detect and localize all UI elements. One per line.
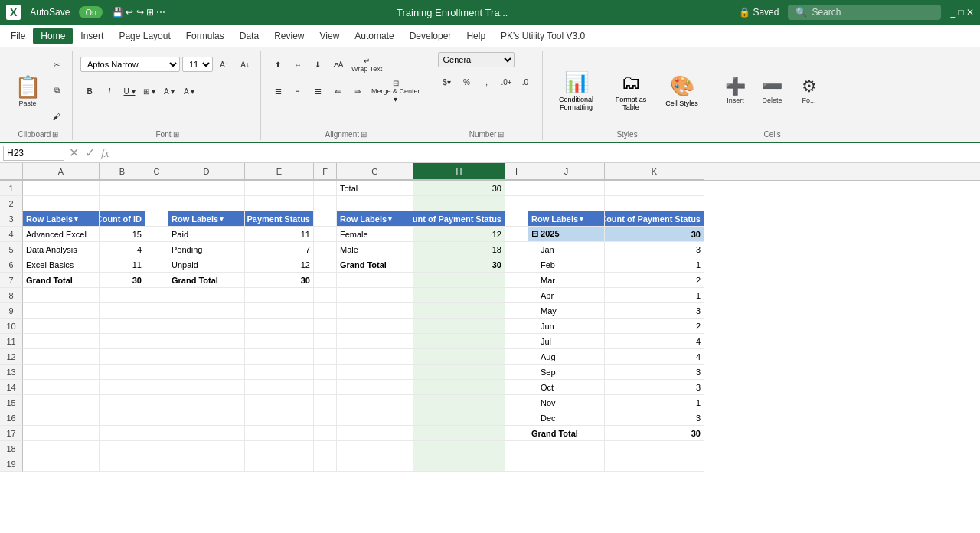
cell-c13[interactable] <box>145 365 168 380</box>
cell-e11[interactable] <box>245 334 314 349</box>
cell-c3[interactable] <box>145 211 168 227</box>
pivot1-filter-icon[interactable]: ▾ <box>74 215 78 223</box>
cell-h12[interactable] <box>413 349 505 365</box>
cell-h19[interactable] <box>413 456 505 472</box>
row-num-2[interactable]: 2 <box>0 196 23 211</box>
cell-reference-box[interactable]: H23 <box>3 146 64 161</box>
font-expand-icon[interactable]: ⊞ <box>173 130 179 139</box>
cell-e19[interactable] <box>245 456 314 472</box>
cell-g13[interactable] <box>337 365 413 380</box>
cell-b9[interactable] <box>100 303 145 319</box>
menu-home[interactable]: Home <box>33 28 73 44</box>
align-right-button[interactable]: ☰ <box>309 79 327 103</box>
cell-i12[interactable] <box>505 349 528 365</box>
cell-f4[interactable] <box>314 227 337 242</box>
delete-button[interactable]: ➖ Delete <box>756 67 789 113</box>
cell-i5[interactable] <box>505 242 528 257</box>
col-header-i[interactable]: I <box>505 163 528 180</box>
cell-h18[interactable] <box>413 441 505 456</box>
cell-e10[interactable] <box>245 319 314 334</box>
pivot4-grand-total-label[interactable]: Grand Total <box>528 426 605 441</box>
cell-c10[interactable] <box>145 319 168 334</box>
cell-j14[interactable]: Oct <box>528 380 605 395</box>
cell-g17[interactable] <box>337 426 413 441</box>
pivot3-filter-icon[interactable]: ▾ <box>388 215 392 223</box>
cell-c5[interactable] <box>145 242 168 257</box>
cell-h11[interactable] <box>413 334 505 349</box>
cell-d1[interactable] <box>168 181 245 196</box>
cell-k6[interactable]: 1 <box>605 257 704 273</box>
menu-automate[interactable]: Automate <box>347 28 401 44</box>
pivot1-header-count[interactable]: Count of ID <box>100 211 145 227</box>
cell-b13[interactable] <box>100 365 145 380</box>
cell-j7[interactable]: Mar <box>528 273 605 288</box>
cell-e14[interactable] <box>245 380 314 395</box>
cell-g12[interactable] <box>337 349 413 365</box>
cell-i1[interactable] <box>505 181 528 196</box>
cell-b2[interactable] <box>100 196 145 211</box>
align-bottom-button[interactable]: ⬇ <box>309 52 327 77</box>
pivot2-header-count[interactable]: Count of Payment Status <box>245 211 314 227</box>
cut-button[interactable]: ✂ <box>47 52 66 77</box>
cell-b11[interactable] <box>100 334 145 349</box>
row-num-11[interactable]: 11 <box>0 334 23 349</box>
cell-a15[interactable] <box>23 395 100 410</box>
pivot4-header-count[interactable]: Count of Payment Status <box>605 211 704 227</box>
row-num-7[interactable]: 7 <box>0 273 23 288</box>
cell-a16[interactable] <box>23 410 100 426</box>
cell-a1[interactable] <box>23 181 100 196</box>
cell-e18[interactable] <box>245 441 314 456</box>
cell-g7[interactable] <box>337 273 413 288</box>
cell-k5[interactable]: 3 <box>605 242 704 257</box>
cell-f19[interactable] <box>314 456 337 472</box>
cell-g10[interactable] <box>337 319 413 334</box>
col-header-e[interactable]: E <box>245 163 314 180</box>
cell-g1[interactable]: Total <box>337 181 413 196</box>
cell-h6[interactable]: 30 <box>413 257 505 273</box>
cell-g15[interactable] <box>337 395 413 410</box>
cell-d9[interactable] <box>168 303 245 319</box>
cell-d4[interactable]: Paid <box>168 227 245 242</box>
autosave-toggle[interactable]: On <box>79 6 103 18</box>
cell-j10[interactable]: Jun <box>528 319 605 334</box>
cell-h8[interactable] <box>413 288 505 303</box>
cell-f12[interactable] <box>314 349 337 365</box>
copy-button[interactable]: ⧉ <box>47 78 66 103</box>
cell-f14[interactable] <box>314 380 337 395</box>
cell-h17[interactable] <box>413 426 505 441</box>
cell-g4[interactable]: Female <box>337 227 413 242</box>
cell-c12[interactable] <box>145 349 168 365</box>
cell-b10[interactable] <box>100 319 145 334</box>
cell-i19[interactable] <box>505 456 528 472</box>
wrap-text-button[interactable]: ↵ Wrap Text <box>348 52 385 77</box>
currency-button[interactable]: $▾ <box>438 70 456 94</box>
cell-styles-button[interactable]: 🎨 Cell Styles <box>660 73 704 109</box>
align-top-button[interactable]: ⬆ <box>269 52 287 77</box>
cell-j9[interactable]: May <box>528 303 605 319</box>
row-num-6[interactable]: 6 <box>0 257 23 273</box>
decrease-indent-button[interactable]: ⇐ <box>328 79 347 103</box>
cell-f9[interactable] <box>314 303 337 319</box>
cell-i17[interactable] <box>505 426 528 441</box>
pivot1-header-label[interactable]: Row Labels ▾ <box>23 211 100 227</box>
fill-color-button[interactable]: A ▾ <box>160 79 178 103</box>
cell-b18[interactable] <box>100 441 145 456</box>
row-num-16[interactable]: 16 <box>0 410 23 426</box>
cell-c2[interactable] <box>145 196 168 211</box>
cell-h1[interactable]: 30 <box>413 181 505 196</box>
increase-decimal-button[interactable]: .0+ <box>498 70 516 94</box>
cell-i18[interactable] <box>505 441 528 456</box>
cell-i9[interactable] <box>505 303 528 319</box>
cell-k8[interactable]: 1 <box>605 288 704 303</box>
cell-i8[interactable] <box>505 288 528 303</box>
cell-b4[interactable]: 15 <box>100 227 145 242</box>
cell-i15[interactable] <box>505 395 528 410</box>
pivot4-grand-total-value[interactable]: 30 <box>605 426 704 441</box>
cell-f1[interactable] <box>314 181 337 196</box>
italic-button[interactable]: I <box>100 79 119 103</box>
row-num-17[interactable]: 17 <box>0 426 23 441</box>
increase-font-button[interactable]: A↑ <box>215 52 234 77</box>
cell-a13[interactable] <box>23 365 100 380</box>
decrease-font-button[interactable]: A↓ <box>236 52 254 77</box>
cell-g19[interactable] <box>337 456 413 472</box>
